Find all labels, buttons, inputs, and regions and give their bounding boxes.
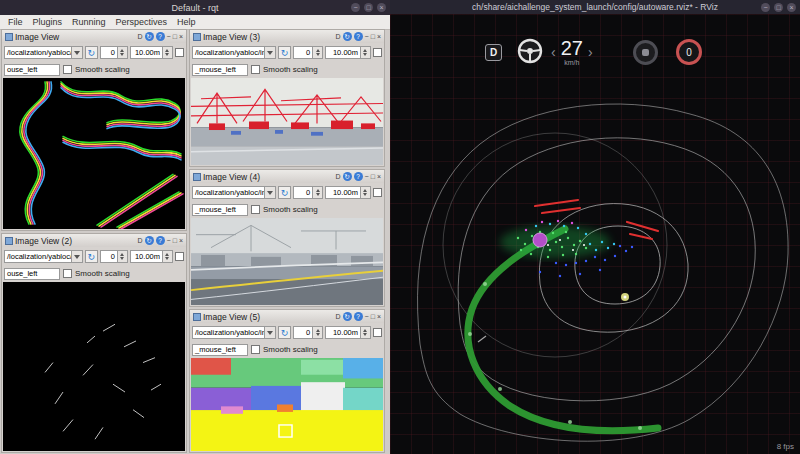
dock-icon[interactable]: D: [336, 312, 341, 321]
spin-arrows-icon[interactable]: [360, 327, 370, 338]
close-icon[interactable]: ×: [377, 32, 381, 41]
float-icon[interactable]: □: [371, 32, 375, 41]
dock-icon[interactable]: D: [336, 172, 341, 181]
refresh-topics-button[interactable]: ↻: [85, 46, 98, 59]
smooth-scaling-checkbox[interactable]: [63, 269, 72, 278]
spin-arrows-icon[interactable]: [312, 327, 322, 338]
spin-arrows-icon[interactable]: [162, 47, 172, 58]
rviz-3d-view[interactable]: D ‹ 27 km/h › 0 8 fps: [390, 14, 800, 454]
panel-titlebar[interactable]: Image View (3) D ↻ ? − □ ×: [190, 30, 384, 43]
menu-help[interactable]: Help: [172, 17, 201, 27]
mouse-topic-field[interactable]: _mouse_left: [192, 344, 248, 356]
spin-arrows-icon[interactable]: [117, 47, 127, 58]
menu-running[interactable]: Running: [67, 17, 111, 27]
rqt-titlebar[interactable]: Default - rqt − □ ×: [0, 0, 390, 15]
menu-file[interactable]: File: [3, 17, 28, 27]
minimize-icon[interactable]: −: [365, 32, 369, 41]
minimize-icon[interactable]: −: [351, 3, 360, 12]
topic-select[interactable]: /localization/yabloc/ima: [192, 186, 276, 199]
help-icon[interactable]: ?: [354, 32, 363, 41]
float-icon[interactable]: □: [371, 312, 375, 321]
dock-icon[interactable]: D: [336, 32, 341, 41]
rotate-spinbox[interactable]: 0: [293, 326, 323, 339]
depth-spinbox[interactable]: 10.00m: [325, 186, 371, 199]
help-icon[interactable]: ?: [156, 32, 165, 41]
minimize-icon[interactable]: −: [761, 3, 770, 12]
depth-spinbox[interactable]: 10.00m: [325, 46, 371, 59]
topic-select[interactable]: /localization/yabloc/i: [4, 250, 83, 263]
minimize-icon[interactable]: −: [167, 236, 171, 245]
image-display[interactable]: [191, 218, 383, 305]
menu-plugins[interactable]: Plugins: [28, 17, 68, 27]
float-icon[interactable]: □: [173, 32, 177, 41]
spin-arrows-icon[interactable]: [162, 251, 172, 262]
minimize-icon[interactable]: −: [365, 312, 369, 321]
close-icon[interactable]: ×: [179, 32, 183, 41]
smooth-scaling-checkbox[interactable]: [251, 345, 260, 354]
rotate-spinbox[interactable]: 0: [293, 186, 323, 199]
spin-arrows-icon[interactable]: [312, 47, 322, 58]
topic-select[interactable]: /localization/yabloc/ima: [192, 46, 276, 59]
maximize-icon[interactable]: □: [774, 3, 783, 12]
close-icon[interactable]: ×: [787, 3, 796, 12]
rviz-titlebar[interactable]: ch/share/aichallenge_system_launch/confi…: [390, 0, 800, 14]
depth-spinbox[interactable]: 10.00m: [130, 46, 173, 59]
close-icon[interactable]: ×: [377, 3, 386, 12]
spin-arrows-icon[interactable]: [360, 47, 370, 58]
depth-spinbox[interactable]: 10.00m: [130, 250, 173, 263]
panel-titlebar[interactable]: Image View (4) D ↻ ? − □ ×: [190, 170, 384, 183]
dynamic-range-checkbox[interactable]: [373, 328, 382, 337]
image-display[interactable]: [3, 78, 185, 229]
reload-icon[interactable]: ↻: [343, 172, 352, 181]
mouse-topic-field[interactable]: ouse_left: [4, 268, 60, 280]
smooth-scaling-checkbox[interactable]: [251, 65, 260, 74]
minimize-icon[interactable]: −: [167, 32, 171, 41]
smooth-scaling-checkbox[interactable]: [63, 65, 72, 74]
dynamic-range-checkbox[interactable]: [373, 188, 382, 197]
close-icon[interactable]: ×: [377, 312, 381, 321]
refresh-topics-button[interactable]: ↻: [278, 326, 292, 339]
dock-icon[interactable]: D: [138, 236, 143, 245]
spin-arrows-icon[interactable]: [117, 251, 127, 262]
help-icon[interactable]: ?: [354, 172, 363, 181]
mouse-topic-field[interactable]: ouse_left: [4, 64, 60, 76]
rotate-spinbox[interactable]: 0: [100, 46, 128, 59]
maximize-icon[interactable]: □: [364, 3, 373, 12]
menu-perspectives[interactable]: Perspectives: [111, 17, 173, 27]
panel-titlebar[interactable]: Image View (2) D ↻ ? − □ ×: [2, 234, 186, 247]
close-icon[interactable]: ×: [377, 172, 381, 181]
image-display[interactable]: [191, 358, 383, 451]
mouse-topic-field[interactable]: _mouse_left: [192, 64, 248, 76]
float-icon[interactable]: □: [371, 172, 375, 181]
refresh-topics-button[interactable]: ↻: [278, 186, 292, 199]
dock-icon[interactable]: D: [138, 32, 143, 41]
steering-wheel-icon: [516, 37, 544, 65]
dynamic-range-checkbox[interactable]: [175, 252, 184, 261]
topic-select[interactable]: /localization/yabloc/ima: [192, 326, 276, 339]
help-icon[interactable]: ?: [354, 312, 363, 321]
help-icon[interactable]: ?: [156, 236, 165, 245]
panel-titlebar[interactable]: Image View D ↻ ? − □ ×: [2, 30, 186, 43]
mouse-topic-field[interactable]: _mouse_left: [192, 204, 248, 216]
refresh-topics-button[interactable]: ↻: [85, 250, 98, 263]
dynamic-range-checkbox[interactable]: [175, 48, 184, 57]
close-icon[interactable]: ×: [179, 236, 183, 245]
minimize-icon[interactable]: −: [365, 172, 369, 181]
reload-icon[interactable]: ↻: [145, 32, 154, 41]
topic-select[interactable]: /localization/yabloc/i: [4, 46, 83, 59]
float-icon[interactable]: □: [173, 236, 177, 245]
rotate-spinbox[interactable]: 0: [293, 46, 323, 59]
spin-arrows-icon[interactable]: [360, 187, 370, 198]
image-display[interactable]: [191, 78, 383, 165]
rotate-spinbox[interactable]: 0: [100, 250, 128, 263]
spin-arrows-icon[interactable]: [312, 187, 322, 198]
image-display[interactable]: [3, 282, 185, 451]
refresh-topics-button[interactable]: ↻: [278, 46, 292, 59]
reload-icon[interactable]: ↻: [343, 312, 352, 321]
reload-icon[interactable]: ↻: [343, 32, 352, 41]
reload-icon[interactable]: ↻: [145, 236, 154, 245]
panel-titlebar[interactable]: Image View (5) D ↻ ? − □ ×: [190, 310, 384, 323]
dynamic-range-checkbox[interactable]: [373, 48, 382, 57]
depth-spinbox[interactable]: 10.00m: [325, 326, 371, 339]
smooth-scaling-checkbox[interactable]: [251, 205, 260, 214]
